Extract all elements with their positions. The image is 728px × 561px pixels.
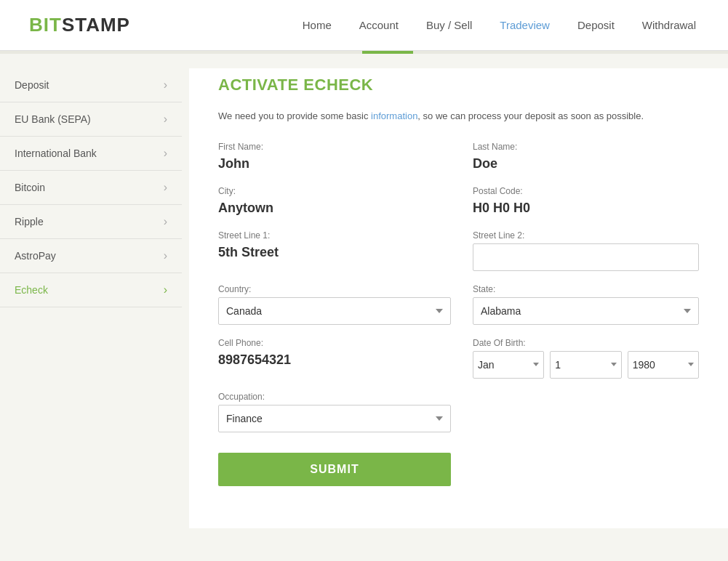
content-area: ACTIVATE ECHECK We need you to provide s… [189, 68, 728, 528]
cell-phone-value: 8987654321 [218, 351, 451, 369]
country-select[interactable]: Canada United States United Kingdom Aust… [218, 297, 451, 325]
sidebar-label-eu-bank: EU Bank (SEPA) [15, 113, 91, 125]
header: BITSTAMP Home Account Buy / Sell Tradevi… [0, 0, 728, 51]
chevron-icon-astropay: › [164, 249, 167, 262]
nav-buy-sell[interactable]: Buy / Sell [423, 19, 475, 31]
first-name-group: First Name: John [218, 142, 451, 173]
first-name-value: John [218, 155, 451, 173]
street2-input[interactable] [473, 243, 699, 271]
chevron-icon-echeck: › [164, 283, 167, 296]
nav-account[interactable]: Account [356, 19, 401, 31]
country-group: Country: Canada United States United Kin… [218, 284, 451, 325]
sidebar-item-deposit[interactable]: Deposit › [0, 68, 182, 102]
sidebar-item-intl-bank[interactable]: International Bank › [0, 137, 182, 171]
country-label: Country: [218, 284, 451, 294]
state-group: State: Alabama Alaska Arizona California… [473, 284, 699, 325]
city-label: City: [218, 186, 451, 196]
chevron-icon-intl-bank: › [164, 147, 167, 160]
submit-group: SUBMIT [218, 445, 451, 486]
street1-value: 5th Street [218, 243, 451, 262]
page-title: ACTIVATE ECHECK [218, 76, 699, 94]
sidebar-item-echeck[interactable]: Echeck › [0, 273, 182, 307]
street2-label: Street Line 2: [473, 230, 699, 241]
chevron-icon-eu-bank: › [164, 113, 167, 126]
sidebar-item-bitcoin[interactable]: Bitcoin › [0, 171, 182, 205]
logo-bit: BIT [29, 14, 62, 36]
sidebar: Deposit › EU Bank (SEPA) › International… [0, 68, 182, 528]
occupation-label: Occupation: [218, 392, 451, 402]
logo[interactable]: BITSTAMP [29, 14, 130, 36]
logo-stamp: STAMP [62, 14, 130, 36]
cell-phone-group: Cell Phone: 8987654321 [218, 338, 451, 379]
street1-group: Street Line 1: 5th Street [218, 230, 451, 271]
dob-inputs: JanFebMarApr MayJunJulAug SepOctNovDec 1… [473, 351, 699, 379]
nav-indicator-bar [0, 51, 728, 54]
nav-deposit[interactable]: Deposit [575, 19, 617, 31]
last-name-group: Last Name: Doe [473, 142, 699, 173]
occupation-select[interactable]: Finance Technology Healthcare Education … [218, 405, 451, 432]
postal-code-label: Postal Code: [473, 186, 699, 196]
dob-label: Date Of Birth: [473, 338, 699, 348]
sidebar-label-astropay: AstroPay [15, 250, 56, 262]
info-text-post: , so we can process your deposit as soon… [417, 110, 644, 121]
city-group: City: Anytown [218, 186, 451, 217]
info-text-pre: We need you to provide some basic [218, 110, 371, 121]
last-name-label: Last Name: [473, 142, 699, 152]
occupation-spacer [473, 392, 699, 432]
postal-code-group: Postal Code: H0 H0 H0 [473, 186, 699, 217]
cell-phone-label: Cell Phone: [218, 338, 451, 348]
state-label: State: [473, 284, 699, 294]
street2-group: Street Line 2: [473, 230, 699, 271]
state-select[interactable]: Alabama Alaska Arizona California New Yo… [473, 297, 699, 325]
dob-month-select[interactable]: JanFebMarApr MayJunJulAug SepOctNovDec [473, 351, 544, 379]
sidebar-item-astropay[interactable]: AstroPay › [0, 239, 182, 273]
info-link[interactable]: information [371, 110, 417, 121]
sidebar-label-ripple: Ripple [15, 216, 44, 227]
dob-day-select[interactable]: 12345 678910 1112131415 1617181920 21222… [550, 351, 621, 379]
dob-year-select[interactable]: 19701971197219731974 1975197619771978197… [628, 351, 699, 379]
sidebar-item-eu-bank[interactable]: EU Bank (SEPA) › [0, 102, 182, 137]
city-value: Anytown [218, 199, 451, 217]
nav-tradeview[interactable]: Tradeview [497, 19, 553, 31]
sidebar-label-bitcoin: Bitcoin [15, 182, 45, 193]
form-grid: First Name: John Last Name: Doe City: An… [218, 142, 699, 499]
main-container: Deposit › EU Bank (SEPA) › International… [0, 54, 728, 543]
nav-active-indicator [362, 51, 413, 54]
nav-withdrawal[interactable]: Withdrawal [639, 19, 699, 31]
nav-home[interactable]: Home [300, 19, 335, 31]
occupation-group: Occupation: Finance Technology Healthcar… [218, 392, 451, 432]
sidebar-label-echeck: Echeck [15, 284, 48, 296]
chevron-icon-deposit: › [164, 78, 167, 92]
street1-label: Street Line 1: [218, 230, 451, 241]
submit-button[interactable]: SUBMIT [218, 453, 451, 486]
chevron-icon-bitcoin: › [164, 181, 167, 194]
first-name-label: First Name: [218, 142, 451, 152]
info-text: We need you to provide some basic inform… [218, 109, 699, 124]
sidebar-item-ripple[interactable]: Ripple › [0, 205, 182, 239]
top-nav: Home Account Buy / Sell Tradeview Deposi… [300, 19, 699, 31]
postal-code-value: H0 H0 H0 [473, 199, 699, 217]
sidebar-label-deposit: Deposit [15, 79, 49, 91]
last-name-value: Doe [473, 155, 699, 173]
sidebar-label-intl-bank: International Bank [15, 148, 97, 159]
dob-group: Date Of Birth: JanFebMarApr MayJunJulAug… [473, 338, 699, 379]
chevron-icon-ripple: › [164, 215, 167, 228]
